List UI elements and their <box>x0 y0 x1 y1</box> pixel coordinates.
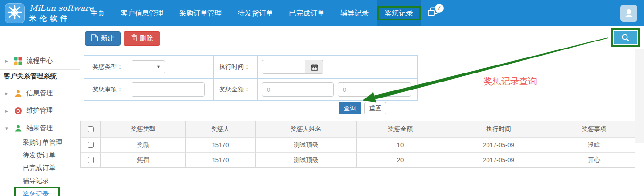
sidebar-item-info-management[interactable]: ▸ 信息管理 <box>0 86 80 100</box>
exec-time-group <box>262 60 323 74</box>
messages-button[interactable]: 7 <box>421 0 446 26</box>
table-body: 奖励 15170 测试顶级 10 2017-05-09 没啥 惩罚 15170 … <box>81 137 635 167</box>
sidebar-item-process-center[interactable]: ▸ 流程中心 <box>0 54 80 68</box>
snowflake-logo-icon <box>7 4 23 22</box>
exec-time-input[interactable] <box>262 60 305 74</box>
sidebar-item-maintenance-management[interactable]: ▸ 维护管理 <box>0 104 80 118</box>
sidebar-subitem-purchase-orders[interactable]: 采购订单管理 <box>23 136 79 149</box>
cell-reward-item: 没啥 <box>553 137 635 152</box>
cell-reward-person: 15170 <box>185 137 255 152</box>
table-row: 惩罚 15170 测试顶级 20 2017-05-09 开心 <box>81 152 635 167</box>
sidebar-item-label: 结果管理 <box>26 124 53 132</box>
sidebar-subitem-completed-orders[interactable]: 已完成订单 <box>23 162 79 174</box>
app-logo <box>5 3 25 23</box>
row-checkbox[interactable] <box>88 142 94 148</box>
sidebar-item-label: 流程中心 <box>26 57 53 65</box>
cell-reward-item: 开心 <box>553 152 635 167</box>
cell-exec-time: 2017-05-09 <box>444 137 553 152</box>
header-amount: 奖惩金额 <box>356 121 444 137</box>
trash-icon <box>131 34 137 43</box>
search-toggle-button[interactable] <box>614 31 637 44</box>
table-row: 奖励 15170 测试顶级 10 2017-05-09 没啥 <box>81 137 635 152</box>
search-form: 奖惩类型： ▼ 执行时间： <box>84 55 418 101</box>
amount-max-input[interactable] <box>338 82 411 97</box>
chevron-right-icon: ▸ <box>5 90 11 97</box>
cell-person-name: 测试顶级 <box>255 152 356 167</box>
calendar-icon <box>311 64 318 71</box>
nav-item-completed-orders[interactable]: 已完成订单 <box>281 0 332 26</box>
row-checkbox[interactable] <box>88 157 94 163</box>
sidebar-section-title: 客户关系管理系统 <box>4 72 57 81</box>
reward-type-select[interactable]: ▼ <box>132 60 165 74</box>
toolbar-divider <box>80 49 635 49</box>
chevron-down-icon: ▾ <box>5 125 11 131</box>
query-button[interactable]: 查询 <box>339 102 361 114</box>
cell-amount: 10 <box>356 137 444 152</box>
sidebar-item-result-management[interactable]: ▾ 结果管理 <box>0 121 80 135</box>
process-center-icon <box>14 57 22 65</box>
chevron-right-icon: ▸ <box>5 108 11 114</box>
search-icon <box>621 33 630 42</box>
cell-amount: 20 <box>356 152 444 167</box>
amount-field-cell <box>257 78 418 100</box>
cell-exec-time: 2017-05-09 <box>444 152 553 167</box>
sidebar-subitem-reward-punish-records[interactable]: 奖惩记录 <box>23 188 79 196</box>
page-root: MiLun software 米伦软件 主页 客户信息管理 采购订单管理 待发货… <box>0 0 644 196</box>
cell-reward-type: 奖励 <box>100 137 185 152</box>
reward-type-label: 奖惩类型： <box>84 63 123 71</box>
person-icon <box>624 8 634 18</box>
header-reward-person: 奖惩人 <box>185 121 255 137</box>
delete-button[interactable]: 删除 <box>124 31 160 46</box>
cell-person-name: 测试顶级 <box>255 137 356 152</box>
delete-button-label: 删除 <box>140 34 153 43</box>
nav-item-coaching-records[interactable]: 辅导记录 <box>332 0 377 26</box>
cell-reward-type: 惩罚 <box>100 152 185 167</box>
header-person-name: 奖惩人姓名 <box>255 121 356 137</box>
time-label-cell: 执行时间： <box>213 56 257 78</box>
nav-item-pending-shipment[interactable]: 待发货订单 <box>230 0 281 26</box>
select-all-cell <box>81 121 100 137</box>
messages-count-badge: 7 <box>435 4 444 13</box>
row-select-cell <box>81 137 100 152</box>
info-management-person-icon <box>14 90 22 98</box>
header-reward-type: 奖惩类型 <box>100 121 185 137</box>
reward-amount-label: 奖惩金额： <box>214 85 250 94</box>
reward-item-label: 奖惩事项： <box>84 85 123 94</box>
sidebar: ▸ 流程中心 客户关系管理系统 ▸ 信息管理 <box>0 26 80 196</box>
nav-item-reward-punish-records[interactable]: 奖惩记录 <box>377 0 421 26</box>
nav-item-home[interactable]: 主页 <box>83 0 113 26</box>
exec-time-label: 执行时间： <box>214 63 250 71</box>
header-exec-time: 执行时间 <box>444 121 553 137</box>
reset-button[interactable]: 重置 <box>364 102 386 114</box>
nav-item-customer-info[interactable]: 客户信息管理 <box>113 0 171 26</box>
annotation-note: 奖惩记录查询 <box>483 75 537 88</box>
type-field-cell: ▼ <box>125 56 213 78</box>
item-field-cell <box>125 78 213 100</box>
select-all-checkbox[interactable] <box>88 126 94 132</box>
reward-item-input[interactable] <box>132 82 205 97</box>
calendar-button[interactable] <box>305 60 323 74</box>
sidebar-item-label: 信息管理 <box>26 89 53 98</box>
sidebar-divider <box>0 69 80 70</box>
green-annotation-box-nav <box>377 6 421 20</box>
result-management-person-icon <box>14 124 22 132</box>
amount-label-cell: 奖惩金额： <box>213 78 257 100</box>
time-field-cell <box>257 56 418 78</box>
new-button[interactable]: 新建 <box>85 31 121 46</box>
right-gutter <box>635 49 644 143</box>
top-navbar: MiLun software 米伦软件 主页 客户信息管理 采购订单管理 待发货… <box>0 0 644 26</box>
user-avatar[interactable] <box>620 5 637 22</box>
nav-menu: 主页 客户信息管理 采购订单管理 待发货订单 已完成订单 辅导记录 奖惩记录 7 <box>83 0 446 26</box>
table-header-row: 奖惩类型 奖惩人 奖惩人姓名 奖惩金额 执行时间 奖惩事项 <box>81 121 635 137</box>
sidebar-subitem-coaching-records[interactable]: 辅导记录 <box>23 174 79 187</box>
header-reward-item: 奖惩事项 <box>553 121 635 137</box>
new-button-label: 新建 <box>101 34 114 43</box>
nav-item-purchase-orders[interactable]: 采购订单管理 <box>171 0 230 26</box>
maintenance-circle-icon <box>14 107 22 115</box>
amount-min-input[interactable] <box>262 82 334 97</box>
records-table: 奖惩类型 奖惩人 奖惩人姓名 奖惩金额 执行时间 奖惩事项 奖励 15170 测… <box>80 121 635 168</box>
chevron-right-icon: ▸ <box>5 58 11 64</box>
type-label-cell: 奖惩类型： <box>84 56 125 78</box>
sidebar-subitem-pending-shipment[interactable]: 待发货订单 <box>23 149 79 162</box>
caret-down-icon: ▼ <box>157 65 161 69</box>
